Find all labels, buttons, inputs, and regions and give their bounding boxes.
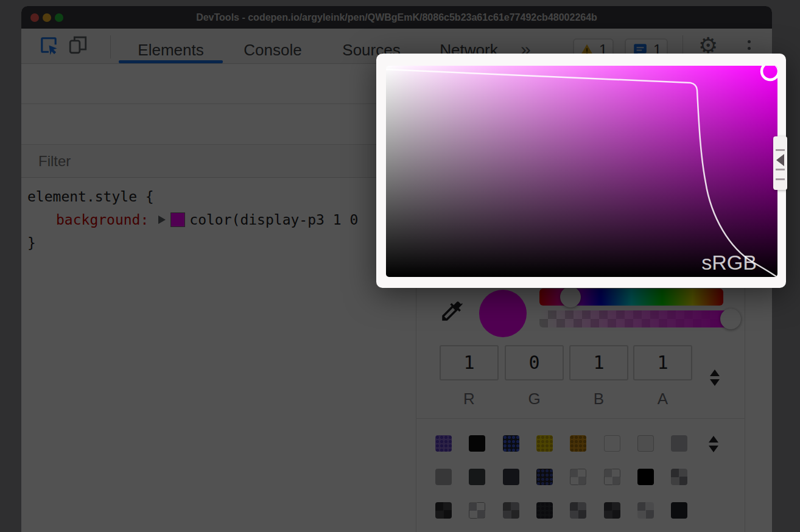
color-selection-ring[interactable] [762, 66, 777, 80]
screenshot-stage: DevTools - codepen.io/argyleink/pen/QWBg… [0, 0, 800, 532]
gamut-boundary-overlay [386, 66, 777, 277]
gamut-label: sRGB [701, 251, 757, 275]
grip-line [776, 178, 785, 180]
grip-line [776, 169, 785, 170]
color-gamut-popup: sRGB [376, 54, 786, 288]
grip-line [776, 149, 785, 151]
collapse-left-icon[interactable] [776, 154, 784, 166]
scroll-arrow-tab [773, 136, 787, 190]
saturation-lightness-area[interactable]: sRGB [386, 66, 777, 277]
srgb-gamut-line [386, 69, 777, 277]
